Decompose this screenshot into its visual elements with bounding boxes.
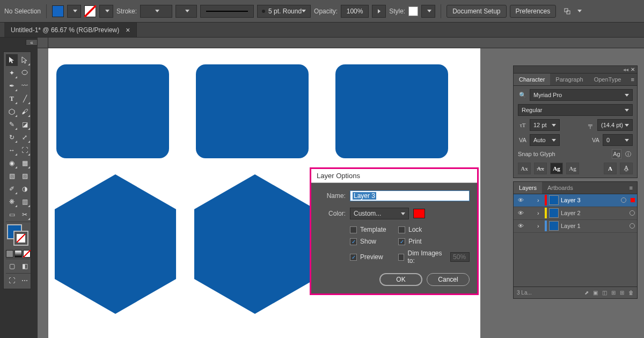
collapse-icon[interactable]: ◂◂ (623, 67, 628, 72)
hexagon-2[interactable] (193, 174, 317, 314)
eraser-tool[interactable]: ◪ (19, 119, 31, 130)
search-icon[interactable]: 🔍 (518, 90, 528, 100)
new-sublayer-icon[interactable]: ⊞ (611, 290, 616, 296)
close-tab-icon[interactable]: × (126, 26, 130, 34)
glyph-btn-1[interactable]: Ax (518, 163, 531, 174)
align-icon[interactable] (562, 6, 572, 16)
document-setup-button[interactable]: Document Setup (447, 5, 506, 18)
target-icon[interactable] (630, 210, 635, 216)
eyedropper-tool[interactable]: ✐ (6, 183, 18, 195)
font-family-dropdown[interactable]: Myriad Pro (530, 89, 633, 101)
layer-row[interactable]: 👁 › Layer 2 (514, 207, 637, 220)
lock-checkbox[interactable]: Lock (398, 226, 470, 233)
dim-value-input[interactable]: 50% (450, 252, 470, 262)
blend-tool[interactable]: ◑ (19, 183, 31, 195)
vsp-dropdown[interactable] (175, 5, 197, 18)
document-tab[interactable]: Untitled-1* @ 66.67 % (RGB/Preview) × (4, 23, 137, 37)
rotate-tool[interactable]: ↻ (6, 131, 18, 143)
perspective-tool[interactable]: ▦ (19, 157, 31, 169)
scale-tool[interactable]: ⤢ (19, 131, 31, 143)
mesh-tool[interactable]: ▧ (6, 170, 18, 182)
tab-opentype[interactable]: OpenType (589, 74, 627, 85)
color-mode-none[interactable] (23, 250, 31, 258)
visibility-icon[interactable]: 👁 (516, 195, 525, 205)
stroke-color-icon[interactable] (13, 231, 28, 246)
pen-tool[interactable]: ✒ (6, 80, 18, 92)
curvature-tool[interactable]: 〰 (19, 80, 31, 92)
shaper-tool[interactable]: ✎ (6, 119, 18, 130)
line-tool[interactable]: ╱ (19, 93, 31, 105)
layers-panel-menu-icon[interactable]: ≡ (625, 182, 637, 194)
kerning-input[interactable]: Auto (530, 134, 560, 146)
ruler-origin[interactable] (38, 38, 48, 48)
print-checkbox[interactable]: Print (398, 238, 470, 245)
rounded-rect-3[interactable] (335, 64, 448, 158)
style-dropdown[interactable] (421, 5, 435, 18)
color-mode-gradient[interactable] (14, 250, 22, 258)
fill-dropdown[interactable] (67, 5, 81, 18)
tracking-input[interactable]: 0 (603, 134, 633, 146)
glyph-btn-2[interactable]: Ax (534, 163, 547, 174)
layer-row[interactable]: 👁 › Layer 1 (514, 220, 637, 233)
drawing-mode-normal[interactable]: ▢ (6, 260, 18, 272)
width-tool[interactable]: ↔ (6, 144, 18, 156)
dim-checkbox[interactable]: Dim Images to:50% (398, 249, 470, 264)
slice-tool[interactable]: ✂ (19, 209, 31, 221)
style-swatch[interactable] (408, 6, 418, 16)
tab-artboards[interactable]: Artboards (542, 182, 579, 194)
layer-name-input[interactable]: Layer 3 (350, 190, 470, 201)
type-tool[interactable]: T (6, 93, 18, 105)
opacity-more[interactable] (372, 5, 386, 18)
color-mode-solid[interactable] (6, 250, 13, 258)
tab-paragraph[interactable]: Paragraph (550, 74, 588, 85)
stroke-dropdown[interactable] (99, 5, 113, 18)
layer-row[interactable]: 👁 › Layer 3 (514, 194, 637, 207)
snap-glyph-preview-icon[interactable]: Ag (612, 149, 621, 159)
hexagon-1[interactable] (54, 174, 177, 314)
visibility-icon[interactable]: 👁 (516, 208, 525, 218)
stroke-swatch[interactable] (84, 5, 96, 17)
selection-tool[interactable] (6, 54, 18, 66)
ruler-top[interactable] (48, 38, 644, 48)
glyph-btn-6[interactable]: A̱ (620, 163, 633, 174)
new-layer-icon[interactable]: ⊞ (620, 290, 624, 296)
close-icon[interactable]: ✕ (631, 67, 635, 72)
target-icon[interactable] (621, 197, 626, 203)
target-icon[interactable] (630, 223, 635, 229)
drawing-mode-behind[interactable]: ◧ (19, 260, 31, 272)
rectangle-tool[interactable] (6, 106, 18, 117)
panel-menu-icon[interactable]: ≡ (626, 74, 638, 85)
show-checkbox[interactable]: Show (350, 238, 398, 245)
artboard-tool[interactable]: ▭ (6, 209, 18, 221)
gradient-tool[interactable]: ▨ (19, 170, 31, 182)
panel-collapse-handle[interactable] (26, 39, 38, 46)
ok-button[interactable]: OK (379, 273, 422, 286)
font-size-input[interactable]: 12 pt (530, 119, 560, 131)
free-transform-tool[interactable]: ⛶ (19, 144, 31, 156)
direct-selection-tool[interactable] (19, 54, 31, 66)
visibility-icon[interactable]: 👁 (516, 221, 525, 231)
font-style-dropdown[interactable]: Regular (518, 104, 633, 116)
glyph-btn-3[interactable]: Ag (550, 163, 563, 174)
locate-icon[interactable]: ⬈ (584, 290, 589, 296)
glyph-btn-4[interactable]: Ag (566, 163, 579, 174)
clip-icon[interactable]: ◫ (602, 290, 607, 296)
preview-checkbox[interactable]: Preview (350, 249, 398, 264)
fill-stroke-control[interactable] (6, 223, 31, 249)
layer-color-swatch[interactable] (413, 209, 425, 218)
preferences-button[interactable]: Preferences (510, 5, 557, 18)
symbol-sprayer-tool[interactable]: ❋ (6, 196, 18, 208)
rounded-rect-2[interactable] (196, 64, 309, 158)
collect-icon[interactable]: ▣ (593, 290, 598, 296)
info-icon[interactable]: ⓘ (623, 150, 633, 159)
template-checkbox[interactable]: Template (350, 226, 398, 233)
shape-builder-tool[interactable]: ◉ (6, 157, 18, 169)
tab-character[interactable]: Character (514, 74, 550, 85)
brush-dropdown[interactable]: 5 pt. Round (257, 5, 311, 18)
glyph-btn-5[interactable]: A (604, 163, 617, 174)
opacity-value[interactable]: 100% (341, 5, 369, 18)
stroke-weight-dropdown[interactable] (140, 5, 172, 18)
magic-wand-tool[interactable]: ✦ (6, 67, 18, 79)
rounded-rect-1[interactable] (56, 64, 169, 158)
delete-layer-icon[interactable]: 🗑 (628, 290, 634, 296)
